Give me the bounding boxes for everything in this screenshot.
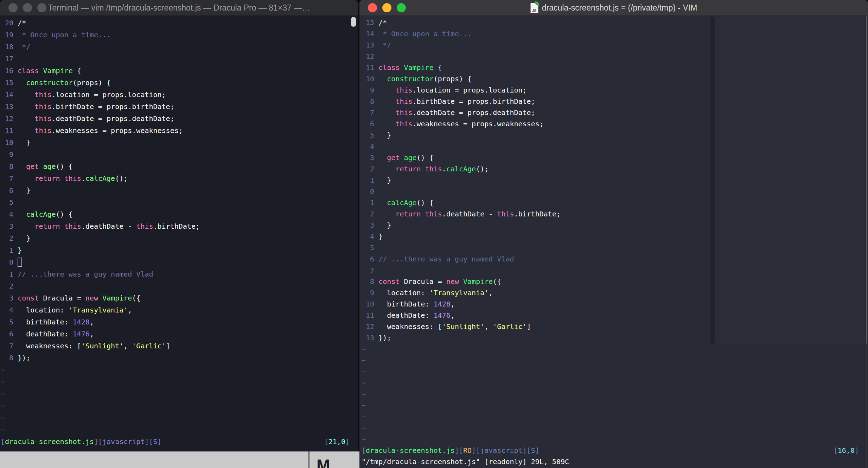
line-number: 8 xyxy=(1,162,18,171)
code-row: 16 class Vampire { xyxy=(1,65,358,77)
code-row: 5 xyxy=(1,196,358,208)
line-number: 2 xyxy=(1,282,18,290)
line-number: 4 xyxy=(1,306,18,314)
code-row: 5 xyxy=(362,242,868,253)
line-number: 11 xyxy=(362,63,378,72)
line-number: 13 xyxy=(362,334,378,342)
line-number: 11 xyxy=(362,311,378,320)
code-row: 6 deathDate: 1476, xyxy=(1,328,358,340)
macvim-scrollbar-track[interactable] xyxy=(866,343,867,468)
line-number: 9 xyxy=(1,150,18,159)
window-title: dracula-screenshot.js = (/private/tmp) -… xyxy=(542,3,697,13)
line-number: 7 xyxy=(362,108,378,117)
code-row: 7 weaknesses: ['Sunlight', 'Garlic'] xyxy=(1,340,358,352)
line-number: 4 xyxy=(362,142,378,151)
line-number: 7 xyxy=(1,342,18,350)
terminal-vim-statusline: [dracula-screenshot.js][javascript][S] [… xyxy=(1,436,350,448)
leaf-icon xyxy=(535,1,539,6)
code-row: 8 get age() { xyxy=(1,160,358,172)
code-row: 11 deathDate: 1476, xyxy=(362,310,868,321)
line-number: 3 xyxy=(362,221,378,229)
macvim-scrollbar[interactable] xyxy=(866,15,867,343)
code-row: 3 const Dracula = new Vampire({ xyxy=(1,292,358,304)
statusline-position: [21,0] xyxy=(324,436,350,448)
line-number: 1 xyxy=(362,198,378,207)
code-row: 2 return this.calcAge(); xyxy=(362,163,868,175)
tilde-row: ~ xyxy=(362,422,868,434)
macvim-window: JS dracula-screenshot.js = (/private/tmp… xyxy=(359,0,868,468)
code-row: 1 calcAge() { xyxy=(362,197,868,208)
code-row: 14 * Once upon a time... xyxy=(362,28,868,39)
code-row: 4 location: 'Transylvania', xyxy=(1,304,358,316)
code-row: 3 get age() { xyxy=(362,152,868,163)
terminal-window: Terminal — vim /tmp/dracula-screenshot.j… xyxy=(0,0,358,451)
line-number: 2 xyxy=(1,234,18,242)
code-row: 2 xyxy=(1,280,358,292)
terminal-vim-buffer[interactable]: 20 /* 19 * Once upon a time... 18 */ 17 … xyxy=(0,15,358,436)
code-row: 7 return this.calcAge(); xyxy=(1,172,358,184)
code-row: 9 xyxy=(1,148,358,160)
code-row: 1 } xyxy=(1,244,358,256)
line-number: 1 xyxy=(1,270,18,278)
line-number: 13 xyxy=(1,102,18,111)
line-number: 10 xyxy=(362,75,378,83)
code-row: 1 } xyxy=(362,175,868,186)
document-js-icon: JS xyxy=(530,3,538,13)
statusline-file-info: [dracula-screenshot.js][javascript][S] xyxy=(1,436,162,448)
macvim-titlebar[interactable]: JS dracula-screenshot.js = (/private/tmp… xyxy=(359,0,868,16)
line-number: 9 xyxy=(362,289,378,297)
code-row: 0 xyxy=(362,186,868,197)
line-number: 5 xyxy=(362,131,378,139)
code-row: 10 } xyxy=(1,137,358,148)
line-number: 7 xyxy=(1,174,18,183)
line-number: 6 xyxy=(1,330,18,338)
macvim-vim-statusline: [dracula-screenshot.js][RO][javascript][… xyxy=(362,445,859,456)
tilde-row: ~ xyxy=(362,343,868,355)
code-row: 10 birthDate: 1428, xyxy=(362,298,868,310)
line-number: 16 xyxy=(1,67,18,75)
line-number: 1 xyxy=(362,176,378,184)
code-row: 8 }); xyxy=(1,352,358,364)
line-number: 7 xyxy=(362,266,378,274)
code-row: 12 weaknesses: ['Sunlight', 'Garlic'] xyxy=(362,321,868,332)
code-row: 9 this.location = props.location; xyxy=(362,84,868,96)
line-number: 20 xyxy=(1,19,18,27)
line-number: 14 xyxy=(362,30,378,38)
code-row: 11 class Vampire { xyxy=(362,62,868,73)
tilde-row: ~ xyxy=(362,388,868,400)
code-row: 7 this.deathDate = props.deathDate; xyxy=(362,107,868,118)
code-row: 15 /* xyxy=(362,17,868,28)
line-number: 15 xyxy=(1,78,18,87)
line-number: 13 xyxy=(362,41,378,49)
screen: { "code_lines": [ {"t": [["f","/*"]]}, {… xyxy=(0,0,868,468)
line-number: 15 xyxy=(362,18,378,27)
tilde-row: ~ xyxy=(1,364,358,376)
line-number: 4 xyxy=(1,210,18,219)
line-number: 3 xyxy=(362,153,378,162)
terminal-scrollbar-thumb[interactable] xyxy=(351,17,356,27)
line-number: 2 xyxy=(362,165,378,173)
code-row: 11 this.weaknesses = props.weaknesses; xyxy=(1,125,358,137)
code-row: 13 this.birthDate = props.birthDate; xyxy=(1,101,358,113)
code-row: 10 constructor(props) { xyxy=(362,73,868,84)
code-row: 4 } xyxy=(362,231,868,242)
tilde-row: ~ xyxy=(362,355,868,366)
tilde-row: ~ xyxy=(1,388,358,400)
line-number: 19 xyxy=(1,31,18,39)
line-number: 6 xyxy=(362,255,378,263)
line-number: 12 xyxy=(362,52,378,61)
code-row: 5 birthDate: 1428, xyxy=(1,316,358,328)
macvim-vim-buffer[interactable]: 15 /* 14 * Once upon a time... 13 */ 12 … xyxy=(359,15,868,445)
tilde-row: ~ xyxy=(1,424,358,436)
code-row: 19 * Once upon a time... xyxy=(1,29,358,41)
code-row: 6 // ...there was a guy named Vlad xyxy=(362,253,868,265)
line-number: 9 xyxy=(362,86,378,94)
code-row: 3 } xyxy=(362,220,868,231)
line-number: 10 xyxy=(1,138,18,147)
code-row: 0 xyxy=(1,256,358,268)
terminal-titlebar[interactable]: Terminal — vim /tmp/dracula-screenshot.j… xyxy=(0,0,358,16)
tilde-row: ~ xyxy=(362,434,868,445)
line-number: 5 xyxy=(362,244,378,252)
line-number: 18 xyxy=(1,43,18,51)
code-row: 13 */ xyxy=(362,39,868,51)
